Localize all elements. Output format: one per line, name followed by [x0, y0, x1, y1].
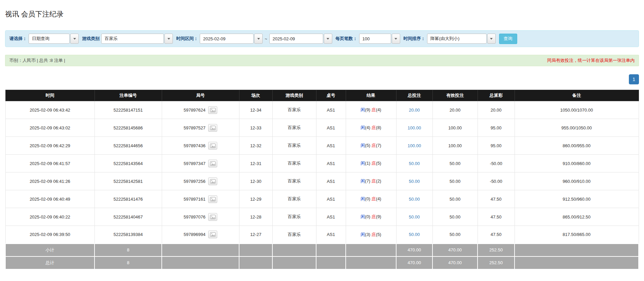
page-size-dropdown-button[interactable] — [392, 34, 400, 44]
page-size-input[interactable] — [359, 34, 391, 44]
time-sort-input[interactable] — [427, 34, 487, 44]
column-header: 总派彩 — [478, 90, 515, 101]
roadmap-icon-button[interactable] — [208, 124, 217, 132]
result-player-points: (3) — [365, 232, 372, 237]
same-round-notice: 同局有效投注，统一计算在该局第一张注单内 — [547, 57, 635, 64]
cell-total-bet: 100.00 — [396, 119, 432, 137]
cell-valid-bet: 50.00 — [432, 226, 478, 244]
game-type-input[interactable] — [101, 34, 164, 44]
total-empty-cell — [239, 256, 272, 269]
table-row: 2025-02-09 06:39:50522258139384597896994… — [5, 226, 639, 244]
cell-result: 闲(1) 庄(5) — [346, 155, 396, 172]
roadmap-icon-button[interactable] — [208, 142, 217, 150]
subtotal-empty-cell — [272, 244, 316, 256]
roadmap-icon — [210, 144, 216, 148]
total-bet-link[interactable]: 100.00 — [408, 143, 421, 148]
filter-bar: 请选择： 游戏类别 时间区间： ~ 每页笔数： 时间排序： — [5, 30, 639, 47]
total-bet-link[interactable]: 100.00 — [408, 125, 421, 130]
result-banker-label: 庄 — [372, 196, 376, 201]
column-header: 桌号 — [316, 90, 346, 101]
total-empty-cell — [316, 256, 346, 269]
date-to-input[interactable] — [269, 34, 323, 44]
total-bet-link[interactable]: 50.00 — [409, 161, 420, 166]
result-player-points: (1) — [365, 161, 372, 166]
date-to-dropdown-button[interactable] — [324, 34, 332, 44]
total-bet-link[interactable]: 50.00 — [409, 197, 420, 202]
roadmap-icon-button[interactable] — [208, 160, 217, 167]
round-id-wrap: 597897624 — [184, 106, 217, 114]
total-empty-cell — [162, 256, 239, 269]
date-range-label: 时间区间： — [176, 36, 198, 42]
total-bet-link[interactable]: 50.00 — [409, 214, 420, 219]
table-row: 2025-02-09 06:40:49522258141476597897161… — [5, 190, 639, 208]
cell-total-bet: 50.00 — [396, 155, 432, 172]
result-banker-points: (2) — [376, 178, 381, 184]
cell-game-type: 百家乐 — [272, 155, 316, 172]
game-type-dropdown-button[interactable] — [164, 34, 173, 44]
roadmap-icon-button[interactable] — [208, 195, 217, 203]
cell-session: 12-30 — [239, 172, 272, 190]
total-bet-link[interactable]: 50.00 — [409, 179, 420, 184]
chevron-down-icon — [327, 38, 329, 40]
header-row: 时间注单编号局号场次游戏类别桌号结果总投注有效投注总派彩备注 — [5, 90, 639, 101]
result-player-points: (5) — [365, 143, 372, 148]
cell-round-id: 597897624 — [162, 101, 239, 119]
table-row: 2025-02-09 06:43:02522258145686597897527… — [5, 119, 639, 137]
roadmap-icon-button[interactable] — [208, 106, 217, 114]
query-type-combobox — [29, 34, 79, 44]
page-size-label: 每页笔数： — [336, 36, 357, 42]
date-to-combobox — [269, 34, 332, 44]
cell-bet-id: 522258147151 — [94, 101, 162, 119]
roadmap-icon-button[interactable] — [208, 213, 217, 221]
cell-table-no: AS1 — [316, 137, 346, 155]
total-bet-link[interactable]: 20.00 — [409, 108, 420, 113]
total-bet-link[interactable]: 50.00 — [409, 232, 420, 237]
query-type-input[interactable] — [29, 34, 70, 44]
cell-valid-bet: 100.00 — [432, 119, 478, 137]
date-from-input[interactable] — [200, 34, 254, 44]
roadmap-icon-button[interactable] — [208, 177, 217, 185]
page-1-button[interactable]: 1 — [629, 74, 639, 84]
time-sort-dropdown-button[interactable] — [487, 34, 496, 44]
cell-time: 2025-02-09 06:40:49 — [5, 190, 94, 208]
betting-records-table: 时间注单编号局号场次游戏类别桌号结果总投注有效投注总派彩备注 2025-02-0… — [5, 90, 639, 270]
table-row: 2025-02-09 06:43:42522258147151597897624… — [5, 101, 639, 119]
cell-bet-id: 522258141476 — [94, 190, 162, 208]
cell-table-no: AS1 — [316, 119, 346, 137]
subtotal-empty-cell — [515, 244, 639, 256]
round-id-wrap: 597897347 — [184, 160, 217, 167]
column-header: 备注 — [515, 90, 639, 101]
search-button[interactable]: 查询 — [499, 34, 517, 44]
query-type-dropdown-button[interactable] — [70, 34, 79, 44]
cell-payout: 47.50 — [478, 208, 515, 226]
cell-game-type: 百家乐 — [272, 208, 316, 226]
round-id-wrap: 597897436 — [184, 142, 217, 150]
roadmap-icon — [210, 232, 216, 237]
result-banker-points: (7) — [376, 143, 381, 148]
round-id-wrap: 597897161 — [184, 195, 217, 203]
cell-bet-id: 522258144656 — [94, 137, 162, 155]
cell-total-bet: 100.00 — [396, 137, 432, 155]
result-banker-points: (4) — [376, 107, 381, 112]
result-banker-label: 庄 — [372, 214, 376, 219]
cell-session: 12-31 — [239, 155, 272, 172]
table-header: 时间注单编号局号场次游戏类别桌号结果总投注有效投注总派彩备注 — [5, 90, 639, 101]
cell-result: 闲(0) 庄(4) — [346, 190, 396, 208]
cell-time: 2025-02-09 06:43:42 — [5, 101, 94, 119]
round-id-wrap: 597897076 — [184, 213, 217, 221]
result-player-points: (0) — [365, 196, 372, 201]
cell-payout: -50.00 — [478, 155, 515, 172]
column-header: 游戏类别 — [272, 90, 316, 101]
column-header: 时间 — [5, 90, 94, 101]
roadmap-icon-button[interactable] — [208, 231, 217, 238]
subtotal-payout: 252.50 — [478, 244, 515, 256]
cell-round-id: 597897256 — [162, 172, 239, 190]
page-title: 视讯 会员下注纪录 — [5, 9, 639, 19]
cell-round-id: 597897527 — [162, 119, 239, 137]
cell-valid-bet: 50.00 — [432, 155, 478, 172]
result-player-points: (0) — [365, 214, 372, 219]
cell-table-no: AS1 — [316, 208, 346, 226]
cell-valid-bet: 50.00 — [432, 208, 478, 226]
date-from-dropdown-button[interactable] — [254, 34, 263, 44]
result-banker-points: (9) — [376, 214, 381, 219]
